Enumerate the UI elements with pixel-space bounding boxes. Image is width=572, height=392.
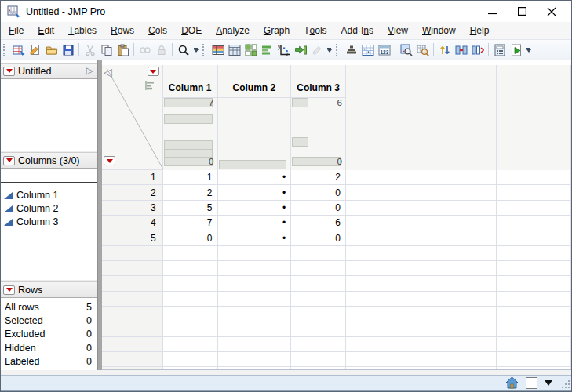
empty-cell[interactable]: [497, 201, 571, 216]
data-cell[interactable]: [218, 367, 292, 370]
empty-cell[interactable]: [421, 367, 497, 370]
column-header-label[interactable]: Column 1: [163, 65, 217, 98]
empty-cell[interactable]: [421, 352, 497, 367]
red-triangle-icon[interactable]: [3, 67, 15, 76]
empty-cell[interactable]: [346, 337, 421, 352]
empty-cell[interactable]: [346, 170, 421, 185]
empty-cell[interactable]: [421, 261, 497, 276]
data-cell[interactable]: •: [218, 216, 292, 230]
data-cell[interactable]: [163, 292, 218, 307]
data-cell[interactable]: [218, 337, 292, 352]
data-cell[interactable]: [291, 307, 346, 321]
row-number-cell[interactable]: 4: [102, 216, 163, 230]
rows-red-triangle-icon[interactable]: [104, 156, 115, 165]
menu-window[interactable]: Window: [415, 22, 463, 39]
data-cell[interactable]: [163, 307, 218, 321]
new-journal-icon[interactable]: [27, 42, 43, 58]
save-file-icon[interactable]: [60, 42, 76, 58]
data-cell[interactable]: [291, 367, 346, 370]
empty-cell[interactable]: [346, 261, 421, 276]
menu-cols[interactable]: Cols: [141, 22, 174, 39]
row-number-cell[interactable]: [102, 367, 163, 370]
data-cell[interactable]: [163, 276, 218, 291]
distribution-icon[interactable]: [343, 42, 359, 58]
row-number-cell[interactable]: [102, 337, 163, 352]
row-number-cell[interactable]: 2: [102, 185, 163, 200]
data-cell[interactable]: 0: [291, 201, 346, 216]
calendar-icon[interactable]: 123: [376, 42, 392, 58]
menu-graph[interactable]: Graph: [257, 22, 297, 39]
table-corner[interactable]: ◁: [102, 65, 163, 170]
data-cell[interactable]: [218, 246, 292, 261]
column-header-1[interactable]: Column 107: [163, 65, 218, 170]
jmp-starter-icon[interactable]: [242, 42, 259, 58]
tabulate-icon[interactable]: [226, 42, 242, 58]
data-cell[interactable]: 0: [291, 230, 346, 245]
empty-cell[interactable]: [346, 352, 421, 367]
row-number-cell[interactable]: [102, 352, 163, 367]
empty-cell[interactable]: [421, 276, 497, 291]
query-icon[interactable]: [414, 42, 431, 58]
calculator-icon[interactable]: [491, 42, 508, 58]
empty-cell[interactable]: [497, 246, 571, 261]
data-cell[interactable]: [291, 261, 346, 276]
empty-cell[interactable]: [346, 276, 421, 291]
menu-tools[interactable]: Tools: [297, 22, 333, 39]
empty-cell[interactable]: [421, 292, 497, 307]
empty-cell[interactable]: [346, 185, 421, 200]
resize-grip[interactable]: [559, 378, 570, 388]
red-triangle-icon[interactable]: [3, 156, 15, 165]
empty-cell[interactable]: [421, 307, 497, 321]
data-cell[interactable]: [218, 352, 292, 367]
rows-panel-header[interactable]: Rows: [1, 281, 97, 298]
column-list-item[interactable]: Column 3: [1, 215, 97, 228]
data-cell[interactable]: 2: [163, 185, 218, 200]
data-cell[interactable]: 0: [291, 185, 346, 200]
empty-cell[interactable]: [497, 216, 571, 230]
data-cell[interactable]: 6: [291, 216, 346, 230]
data-cell[interactable]: [291, 321, 346, 336]
empty-cell[interactable]: [497, 170, 571, 185]
data-cell[interactable]: [291, 276, 346, 291]
empty-cell[interactable]: [497, 292, 571, 307]
data-cell[interactable]: 7: [163, 216, 218, 230]
empty-cell[interactable]: [497, 321, 571, 336]
window-list-box-icon[interactable]: [526, 377, 537, 389]
menu-addins[interactable]: Add-Ins: [334, 22, 381, 39]
empty-cell[interactable]: [497, 230, 571, 245]
toolbar-overflow-icon[interactable]: [524, 42, 533, 58]
column-header-label[interactable]: Column 3: [291, 65, 345, 98]
empty-column-header[interactable]: [497, 65, 571, 170]
empty-cell[interactable]: [346, 307, 421, 321]
empty-cell[interactable]: [497, 367, 571, 370]
menu-help[interactable]: Help: [463, 22, 497, 39]
empty-column-header[interactable]: [346, 65, 421, 170]
data-cell[interactable]: 1: [163, 170, 218, 185]
column-header-label[interactable]: Column 2: [218, 65, 291, 98]
menu-rows[interactable]: Rows: [104, 22, 141, 39]
empty-cell[interactable]: [346, 246, 421, 261]
split-columns-icon[interactable]: [469, 42, 486, 58]
toolbar-drag-handle[interactable]: [336, 44, 341, 56]
empty-cell[interactable]: [497, 261, 571, 276]
toolbar-overflow-icon[interactable]: [325, 42, 333, 58]
graph-builder-icon[interactable]: [259, 42, 275, 58]
data-table-icon[interactable]: [209, 42, 226, 58]
menu-edit[interactable]: Edit: [31, 22, 61, 39]
home-icon[interactable]: [505, 376, 519, 389]
minimize-button[interactable]: [477, 1, 507, 22]
menu-view[interactable]: View: [381, 22, 415, 39]
toolbar-overflow-icon[interactable]: [191, 42, 200, 58]
preview-icon[interactable]: [398, 42, 414, 58]
data-cell[interactable]: [291, 337, 346, 352]
maximize-button[interactable]: [507, 1, 537, 22]
empty-column-header[interactable]: [421, 65, 497, 170]
search-icon[interactable]: [175, 42, 191, 58]
column-list-item[interactable]: Column 1: [1, 188, 97, 201]
status-dropdown-icon[interactable]: [545, 380, 552, 386]
empty-cell[interactable]: [421, 230, 497, 245]
data-grid-icon[interactable]: [359, 42, 376, 58]
menu-analyze[interactable]: Analyze: [209, 22, 257, 39]
empty-cell[interactable]: [421, 337, 497, 352]
red-triangle-icon[interactable]: [3, 285, 15, 295]
